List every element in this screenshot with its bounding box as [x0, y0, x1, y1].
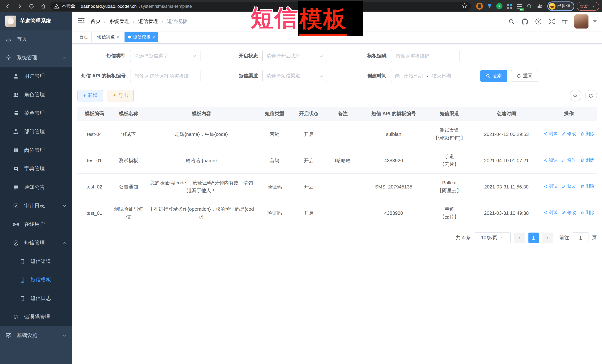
sidebar-item-users[interactable]: 用户管理 — [0, 67, 72, 85]
browser-profile-button[interactable]: 已暂停 — [547, 1, 574, 11]
users-icon — [13, 92, 19, 98]
sidebar-item-menus[interactable]: 菜单管理 — [0, 104, 72, 123]
bookmark-star-icon[interactable] — [462, 3, 467, 10]
extension-grid-icon[interactable] — [506, 3, 513, 10]
share-icon — [543, 158, 548, 162]
breadcrumb: 首页 / 系统管理 / 短信管理 / 短信模板 — [90, 18, 187, 25]
home-icon[interactable] — [39, 1, 48, 11]
tab-sms-channel[interactable]: 短信渠道× — [94, 32, 122, 42]
close-icon[interactable]: × — [117, 35, 119, 39]
monitor-icon — [6, 333, 11, 338]
sidebar-item-roles[interactable]: 角色管理 — [0, 85, 72, 104]
next-page-button[interactable]: › — [542, 233, 553, 243]
edit-icon — [562, 211, 566, 215]
tab-sms-template[interactable]: 短信模板× — [125, 32, 158, 42]
extension-list-icon[interactable]: on — [516, 3, 523, 10]
sidebar-item-dict[interactable]: 字典管理 — [0, 160, 72, 178]
test-link[interactable]: 测试 — [543, 156, 558, 164]
extensions-puzzle-icon[interactable] — [536, 3, 543, 10]
test-link[interactable]: 测试 — [543, 130, 558, 138]
page-size-select[interactable]: 10条/页 — [474, 232, 510, 243]
search-icon — [486, 74, 490, 78]
app-logo-row[interactable]: 芋道管理系统 — [0, 12, 72, 30]
forward-icon[interactable] — [15, 1, 24, 11]
reload-icon[interactable] — [27, 1, 36, 11]
edit-link[interactable]: 修改 — [562, 209, 576, 217]
breadcrumb-system[interactable]: 系统管理 — [109, 18, 130, 25]
edit-link[interactable]: 修改 — [562, 183, 576, 190]
edit-link[interactable]: 修改 — [562, 130, 576, 138]
search-button[interactable]: 搜索 — [480, 70, 507, 82]
extension-pin-icon[interactable] — [486, 3, 493, 10]
tab-home[interactable]: 首页 — [76, 32, 92, 42]
breadcrumb-home[interactable]: 首页 — [90, 18, 101, 25]
prev-page-button[interactable]: ‹ — [514, 233, 525, 243]
help-icon[interactable] — [535, 18, 542, 25]
fullscreen-icon[interactable] — [548, 18, 555, 25]
sidebar-item-online-users[interactable]: 在线用户 — [0, 215, 72, 234]
export-button[interactable]: 导出 — [107, 90, 134, 102]
sidebar-item-departments[interactable]: 部门管理 — [0, 123, 72, 141]
test-link[interactable]: 测试 — [543, 183, 558, 190]
extension-search-icon[interactable] — [526, 3, 533, 10]
trash-icon — [580, 158, 584, 162]
chevron-down-icon — [319, 74, 323, 78]
sidebar-toggle-icon[interactable] — [78, 18, 85, 25]
dictionary-icon — [13, 166, 19, 172]
menu-tree-icon — [13, 110, 19, 116]
sidebar-item-error-codes[interactable]: 错误码管理 — [0, 308, 72, 326]
reset-button[interactable]: 重置 — [511, 70, 538, 82]
refresh-table-button[interactable] — [585, 90, 597, 102]
breadcrumb-sms[interactable]: 短信管理 — [138, 18, 159, 25]
extension-y-icon[interactable]: Y — [496, 3, 503, 10]
sidebar-item-sms[interactable]: 短信管理 — [0, 234, 72, 252]
test-link[interactable]: 测试 — [543, 209, 558, 217]
sidebar-item-posts[interactable]: 岗位管理 — [0, 141, 72, 160]
goto-page-input[interactable] — [573, 232, 588, 243]
back-icon[interactable] — [3, 1, 13, 11]
update-label: 更新 — [580, 3, 589, 9]
user-avatar[interactable] — [574, 14, 588, 29]
github-icon[interactable] — [521, 18, 528, 25]
page-1-button[interactable]: 1 — [528, 233, 539, 243]
sidebar-item-notices[interactable]: 通知公告 — [0, 178, 72, 197]
profile-avatar — [549, 3, 555, 10]
table-row: test-04测试下 老鸡{name}，牛逼{code}营销 开启 suibia… — [77, 121, 597, 147]
chevron-up-icon — [62, 241, 67, 245]
date-range-picker[interactable]: 开始日期 - 结束日期 — [391, 70, 474, 82]
toggle-search-button[interactable] — [570, 90, 581, 102]
refresh-icon — [589, 93, 593, 98]
template-code-input[interactable] — [395, 53, 455, 59]
delete-link[interactable]: 删除 — [580, 156, 594, 164]
avatar-caret-icon[interactable] — [593, 20, 596, 23]
security-label: 不安全 — [62, 3, 75, 9]
share-icon — [543, 211, 548, 215]
sms-type-select[interactable]: 请选择短信类型 — [130, 50, 201, 62]
sidebar-item-sms-channel[interactable]: 短信渠道 — [0, 252, 72, 271]
api-template-id-input[interactable] — [134, 73, 196, 79]
url-host: dashboard.yudao.iocoder.cn — [81, 3, 137, 9]
channel-select[interactable]: 请选择短信渠道 — [262, 70, 327, 82]
post-badge-icon — [13, 147, 19, 153]
delete-link[interactable]: 删除 — [580, 130, 594, 138]
header-search-icon[interactable] — [508, 18, 515, 25]
status-select[interactable]: 请选择开启状态 — [262, 50, 327, 62]
api-template-id-label: 短信 API 的模板编号 — [77, 73, 130, 79]
chevron-down-icon — [62, 204, 67, 208]
sidebar-item-audit-log[interactable]: 审计日志 — [0, 197, 72, 215]
sidebar-item-sms-template[interactable]: 短信模板 — [0, 271, 72, 289]
browser-menu-icon[interactable]: ⋮ — [591, 4, 596, 8]
sidebar-item-infrastructure[interactable]: 基础设施 — [0, 326, 72, 345]
sidebar-item-system[interactable]: 系统管理 — [0, 49, 72, 67]
browser-update-button[interactable]: 更新 ⋮ — [576, 2, 599, 10]
add-button[interactable]: + 新增 — [77, 90, 103, 102]
font-size-icon[interactable]: TT — [562, 18, 568, 25]
close-icon[interactable]: × — [152, 35, 155, 39]
edit-link[interactable]: 修改 — [562, 156, 576, 164]
sidebar-item-home[interactable]: 首页 — [0, 30, 72, 49]
delete-link[interactable]: 删除 — [580, 209, 594, 217]
extension-orange-icon[interactable] — [476, 3, 483, 10]
url-bar[interactable]: 不安全 dashboard.yudao.iocoder.cn/system/sm… — [50, 2, 471, 10]
delete-link[interactable]: 删除 — [580, 183, 594, 190]
sidebar-item-sms-log[interactable]: 短信日志 — [0, 289, 72, 308]
